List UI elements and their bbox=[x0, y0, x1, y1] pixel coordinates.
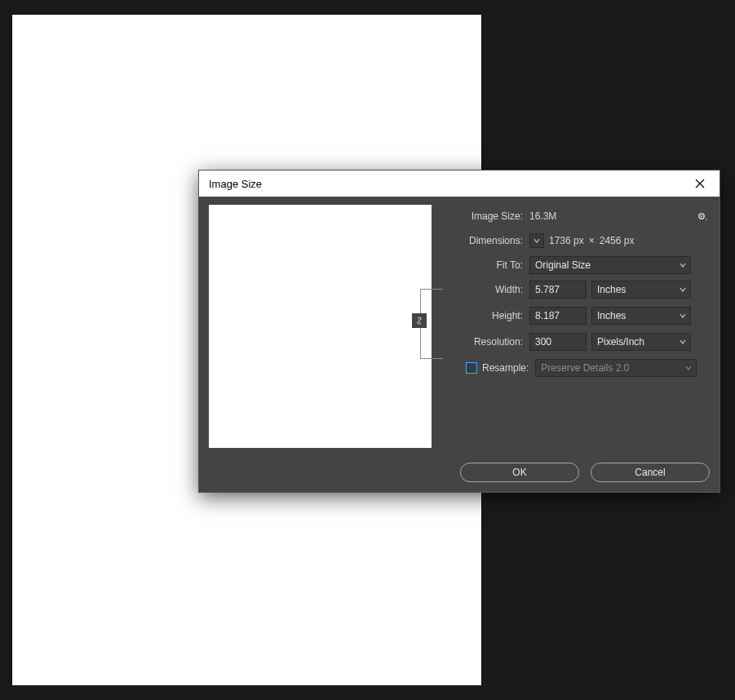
width-unit-value: Inches bbox=[597, 284, 626, 295]
fit-to-dropdown[interactable]: Original Size bbox=[529, 256, 691, 274]
resample-checkbox[interactable] bbox=[466, 362, 477, 374]
chevron-down-icon bbox=[680, 310, 686, 321]
resolution-unit-value: Pixels/Inch bbox=[597, 336, 644, 348]
dimensions-width: 1736 px bbox=[549, 235, 584, 246]
cancel-label: Cancel bbox=[635, 467, 665, 478]
preview-thumbnail bbox=[209, 205, 432, 448]
width-input[interactable] bbox=[529, 281, 587, 299]
close-icon bbox=[695, 179, 705, 188]
svg-point-1 bbox=[701, 215, 702, 217]
bracket-icon bbox=[420, 348, 443, 359]
close-button[interactable] bbox=[689, 172, 711, 195]
dimensions-unit-toggle[interactable] bbox=[529, 233, 544, 248]
resolution-input[interactable] bbox=[529, 333, 587, 351]
link-icon bbox=[414, 315, 424, 326]
dimensions-height: 2456 px bbox=[600, 235, 635, 246]
resolution-unit-dropdown[interactable]: Pixels/Inch bbox=[591, 333, 691, 351]
fields-panel: Image Size: 16.3M Dimensions: 1736 px × … bbox=[449, 205, 710, 448]
constrain-proportions-toggle[interactable] bbox=[412, 313, 427, 328]
resample-method-value: Preserve Details 2.0 bbox=[541, 362, 629, 374]
gear-icon bbox=[697, 210, 708, 222]
chevron-down-icon bbox=[685, 362, 692, 374]
image-size-value: 16.3M bbox=[529, 210, 556, 222]
width-input-field[interactable] bbox=[535, 284, 581, 295]
dialog-titlebar: Image Size bbox=[199, 171, 720, 197]
times-icon: × bbox=[589, 235, 595, 246]
chevron-down-icon bbox=[680, 259, 686, 271]
resample-label: Resample: bbox=[482, 362, 529, 374]
height-input-field[interactable] bbox=[535, 310, 581, 321]
height-input[interactable] bbox=[529, 307, 587, 325]
chevron-down-icon bbox=[534, 237, 540, 244]
height-label: Height: bbox=[449, 310, 529, 321]
dialog-title: Image Size bbox=[209, 178, 262, 190]
resolution-input-field[interactable] bbox=[535, 336, 581, 348]
settings-button[interactable] bbox=[695, 209, 710, 224]
dimensions-label: Dimensions: bbox=[449, 235, 529, 246]
resample-method-dropdown[interactable]: Preserve Details 2.0 bbox=[535, 359, 697, 377]
cancel-button[interactable]: Cancel bbox=[591, 463, 710, 482]
dimension-link-group: Width: Inches Height: Inches bbox=[449, 280, 710, 352]
dialog-buttons: OK Cancel bbox=[209, 463, 710, 482]
image-size-label: Image Size: bbox=[449, 210, 529, 222]
width-label: Width: bbox=[449, 284, 529, 295]
chevron-down-icon bbox=[680, 284, 686, 295]
chevron-down-icon bbox=[680, 336, 686, 348]
fit-to-label: Fit To: bbox=[449, 259, 529, 271]
image-size-dialog: Image Size Image Size: 16.3M Dimensions: bbox=[198, 170, 720, 493]
fit-to-value: Original Size bbox=[535, 259, 591, 271]
dialog-body: Image Size: 16.3M Dimensions: 1736 px × … bbox=[199, 197, 720, 492]
height-unit-value: Inches bbox=[597, 310, 626, 321]
width-unit-dropdown[interactable]: Inches bbox=[591, 281, 691, 299]
resolution-label: Resolution: bbox=[449, 336, 529, 348]
ok-label: OK bbox=[512, 467, 526, 478]
ok-button[interactable]: OK bbox=[460, 463, 579, 482]
bracket-icon bbox=[420, 289, 443, 300]
height-unit-dropdown[interactable]: Inches bbox=[591, 307, 691, 325]
